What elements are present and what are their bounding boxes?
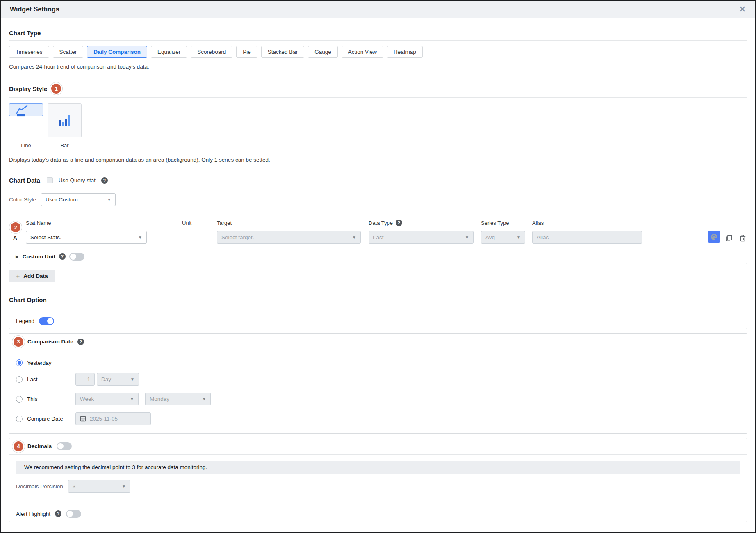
close-icon[interactable]: ✕ xyxy=(739,5,746,14)
alert-highlight-toggle[interactable] xyxy=(66,510,81,518)
chart-type-stacked-bar[interactable]: Stacked Bar xyxy=(261,46,305,58)
chart-type-section: Chart Type Timeseries Scatter Daily Comp… xyxy=(9,30,747,70)
radio-last[interactable] xyxy=(16,376,23,383)
palette-icon xyxy=(710,233,718,241)
chart-option-heading: Chart Option xyxy=(9,296,47,303)
custom-unit-help-icon[interactable]: ? xyxy=(59,253,66,260)
radio-yesterday-label: Yesterday xyxy=(27,360,75,366)
color-style-select[interactable]: User Custom ▼ xyxy=(41,193,116,206)
display-style-line-tile[interactable] xyxy=(9,103,43,116)
data-type-column-header: Data Type xyxy=(369,220,393,226)
chart-type-scatter[interactable]: Scatter xyxy=(53,46,84,58)
copy-icon xyxy=(725,234,733,242)
custom-unit-label: Custom Unit xyxy=(23,254,55,260)
delete-row-button[interactable] xyxy=(738,233,747,243)
legend-box: Legend xyxy=(9,313,747,329)
add-data-button[interactable]: + Add Data xyxy=(9,270,55,282)
chart-type-daily-comparison[interactable]: Daily Comparison xyxy=(87,46,147,58)
display-style-heading: Display Style xyxy=(9,85,47,92)
bar-chart-icon xyxy=(56,112,73,129)
this-period-value: Week xyxy=(80,396,94,402)
calendar-icon xyxy=(80,416,86,422)
chart-data-heading: Chart Data xyxy=(9,177,40,184)
this-start-select: Monday ▼ xyxy=(145,393,211,405)
last-unit-value: Day xyxy=(101,376,111,382)
stat-table: 2 A Stat Name Select Stats. ▼ Unit Targe… xyxy=(9,219,747,244)
step-badge-3: 3 xyxy=(14,337,23,347)
dialog-header: Widget Settings ✕ xyxy=(1,1,755,18)
chart-type-description: Compares 24-hour trend of comparison and… xyxy=(9,64,747,70)
chart-type-timeseries[interactable]: Timeseries xyxy=(9,46,49,58)
dialog-title: Widget Settings xyxy=(10,6,59,13)
stat-name-placeholder: Select Stats. xyxy=(30,234,61,240)
radio-compare-date[interactable] xyxy=(16,416,23,422)
duplicate-row-button[interactable] xyxy=(724,233,733,243)
custom-unit-row: ▶ Custom Unit ? xyxy=(9,249,747,264)
chart-type-pie[interactable]: Pie xyxy=(236,46,257,58)
data-type-help-icon[interactable]: ? xyxy=(396,220,402,226)
chart-type-action-view[interactable]: Action View xyxy=(342,46,383,58)
chevron-down-icon: ▼ xyxy=(107,197,111,202)
chart-type-heatmap[interactable]: Heatmap xyxy=(387,46,423,58)
data-type-value: Last xyxy=(373,234,384,240)
chart-type-heading: Chart Type xyxy=(9,30,41,37)
comparison-date-help-icon[interactable]: ? xyxy=(77,339,84,345)
chart-type-equalizer[interactable]: Equalizer xyxy=(151,46,187,58)
series-type-select: Avg ▼ xyxy=(481,231,525,244)
chevron-down-icon: ▼ xyxy=(130,377,134,382)
data-type-select: Last ▼ xyxy=(369,231,474,244)
radio-this-label: This xyxy=(27,396,75,402)
line-tile-label: Line xyxy=(9,142,43,149)
compare-date-input: 2025-11-05 xyxy=(75,412,151,425)
chart-option-section: Chart Option Legend 3 Comparison Date ? xyxy=(9,296,747,522)
alert-highlight-box: Alert Highlight ? xyxy=(9,506,747,522)
legend-label: Legend xyxy=(16,318,34,324)
alert-highlight-label: Alert Highlight xyxy=(16,511,50,517)
legend-toggle[interactable] xyxy=(39,317,54,325)
chevron-down-icon: ▼ xyxy=(202,397,206,401)
series-color-button[interactable] xyxy=(708,231,720,243)
widget-settings-dialog: Widget Settings ✕ Chart Type Timeseries … xyxy=(0,0,756,533)
radio-yesterday[interactable] xyxy=(16,359,23,366)
chevron-down-icon: ▼ xyxy=(465,235,469,240)
stat-name-select[interactable]: Select Stats. ▼ xyxy=(26,231,147,244)
decimals-box: 4 Decimals We recommend setting the deci… xyxy=(9,438,747,501)
display-style-bar-tile[interactable] xyxy=(48,103,82,137)
alias-column-header: Alias xyxy=(532,219,642,226)
chart-data-section: Chart Data Use Query stat ? Color Style … xyxy=(9,177,747,282)
alert-highlight-help-icon[interactable]: ? xyxy=(55,510,61,517)
display-style-description: Displays today's data as a line and comp… xyxy=(9,157,747,163)
add-data-label: Add Data xyxy=(23,273,48,279)
decimals-recommendation: We recommend setting the decimal point t… xyxy=(16,461,740,474)
color-style-value: User Custom xyxy=(46,197,78,203)
comparison-date-box: 3 Comparison Date ? Yesterday Last Day xyxy=(9,333,747,434)
unit-column-header: Unit xyxy=(182,219,217,226)
target-placeholder: Select target. xyxy=(221,234,254,240)
radio-this[interactable] xyxy=(16,396,23,403)
custom-unit-toggle[interactable] xyxy=(69,253,84,261)
decimals-toggle[interactable] xyxy=(57,442,72,450)
chart-type-scoreboard[interactable]: Scoreboard xyxy=(191,46,232,58)
decimals-precision-value: 3 xyxy=(73,483,76,490)
use-query-stat-checkbox[interactable] xyxy=(47,177,53,183)
step-badge-2: 2 xyxy=(11,222,20,232)
chevron-down-icon: ▼ xyxy=(138,235,142,240)
expand-arrow-icon[interactable]: ▶ xyxy=(16,254,19,259)
color-style-label: Color Style xyxy=(9,197,36,203)
chart-type-gauge[interactable]: Gauge xyxy=(308,46,338,58)
chevron-down-icon: ▼ xyxy=(130,397,134,401)
series-type-column-header: Series Type xyxy=(481,219,525,226)
display-style-section: Display Style 1 xyxy=(9,84,747,163)
compare-date-value: 2025-11-05 xyxy=(90,416,118,422)
decimals-precision-label: Decimals Percision xyxy=(16,483,63,490)
decimals-precision-select: 3 ▼ xyxy=(68,480,130,493)
line-chart-icon xyxy=(14,101,31,119)
chevron-down-icon: ▼ xyxy=(352,235,356,240)
comparison-date-label: Comparison Date xyxy=(27,339,73,345)
stat-row-gutter: 2 A xyxy=(9,219,26,244)
this-period-select: Week ▼ xyxy=(75,393,139,405)
stat-name-column-header: Stat Name xyxy=(26,219,147,226)
alias-input[interactable] xyxy=(532,231,642,244)
chevron-down-icon: ▼ xyxy=(517,235,521,240)
use-query-stat-help-icon[interactable]: ? xyxy=(101,177,108,184)
